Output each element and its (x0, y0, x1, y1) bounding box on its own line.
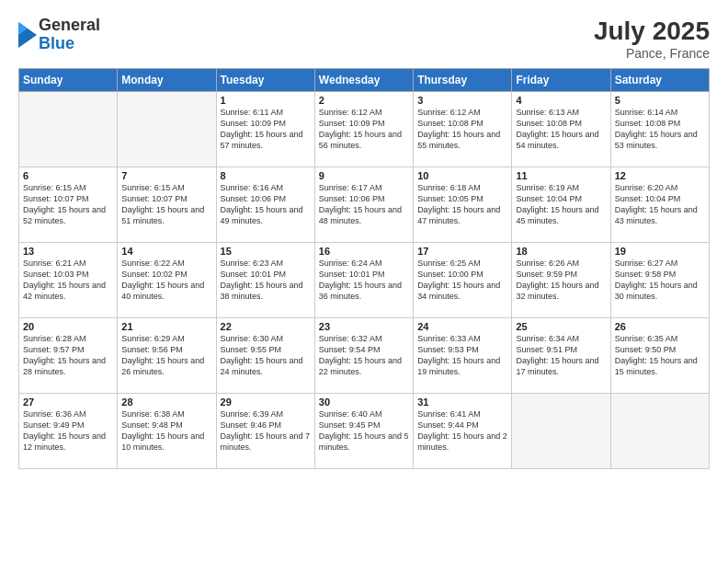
calendar-table: Sunday Monday Tuesday Wednesday Thursday… (18, 68, 710, 469)
logo-text: General Blue (39, 17, 100, 53)
day-number: 11 (516, 170, 606, 181)
day-number: 29 (221, 396, 311, 408)
day-number: 10 (417, 170, 507, 181)
logo: General Blue (18, 17, 100, 53)
col-tuesday: Tuesday (216, 69, 314, 92)
table-row: 4Sunrise: 6:13 AM Sunset: 10:08 PM Dayli… (512, 92, 610, 167)
cell-details: Sunrise: 6:11 AM Sunset: 10:09 PM Daylig… (221, 107, 311, 152)
cell-details: Sunrise: 6:15 AM Sunset: 10:07 PM Daylig… (121, 182, 211, 227)
day-number: 24 (417, 321, 507, 332)
logo-icon (18, 22, 37, 48)
day-number: 16 (319, 246, 409, 257)
day-number: 20 (23, 321, 113, 332)
table-row: 6Sunrise: 6:15 AM Sunset: 10:07 PM Dayli… (19, 167, 118, 243)
location: Pance, France (594, 46, 710, 61)
day-number: 13 (23, 246, 113, 257)
table-row: 20Sunrise: 6:28 AM Sunset: 9:57 PM Dayli… (19, 318, 118, 394)
table-row: 26Sunrise: 6:35 AM Sunset: 9:50 PM Dayli… (610, 318, 709, 394)
cell-details: Sunrise: 6:28 AM Sunset: 9:57 PM Dayligh… (23, 333, 113, 378)
month-year: July 2025 (594, 17, 710, 46)
day-number: 14 (121, 246, 211, 257)
table-row: 12Sunrise: 6:20 AM Sunset: 10:04 PM Dayl… (610, 167, 709, 243)
cell-details: Sunrise: 6:39 AM Sunset: 9:46 PM Dayligh… (221, 408, 311, 454)
cell-details: Sunrise: 6:36 AM Sunset: 9:49 PM Dayligh… (23, 408, 113, 454)
table-row (512, 394, 610, 469)
cell-details: Sunrise: 6:15 AM Sunset: 10:07 PM Daylig… (23, 182, 113, 227)
col-wednesday: Wednesday (314, 69, 413, 92)
day-number: 30 (319, 396, 409, 408)
table-row: 18Sunrise: 6:26 AM Sunset: 9:59 PM Dayli… (512, 243, 610, 318)
day-number: 22 (221, 321, 311, 332)
table-row (118, 92, 216, 167)
day-number: 15 (221, 246, 311, 257)
table-row: 27Sunrise: 6:36 AM Sunset: 9:49 PM Dayli… (19, 394, 118, 469)
cell-details: Sunrise: 6:33 AM Sunset: 9:53 PM Dayligh… (417, 333, 507, 378)
table-row: 10Sunrise: 6:18 AM Sunset: 10:05 PM Dayl… (414, 167, 512, 243)
day-number: 7 (121, 170, 211, 181)
cell-details: Sunrise: 6:22 AM Sunset: 10:02 PM Daylig… (121, 258, 211, 303)
col-thursday: Thursday (414, 69, 512, 92)
table-row: 7Sunrise: 6:15 AM Sunset: 10:07 PM Dayli… (118, 167, 216, 243)
day-number: 21 (121, 321, 211, 332)
day-number: 2 (319, 95, 409, 106)
title-block: July 2025 Pance, France (594, 17, 710, 61)
cell-details: Sunrise: 6:24 AM Sunset: 10:01 PM Daylig… (319, 258, 409, 303)
cell-details: Sunrise: 6:19 AM Sunset: 10:04 PM Daylig… (516, 182, 606, 227)
cell-details: Sunrise: 6:20 AM Sunset: 10:04 PM Daylig… (615, 182, 705, 227)
cell-details: Sunrise: 6:41 AM Sunset: 9:44 PM Dayligh… (417, 408, 507, 454)
day-number: 28 (121, 396, 211, 408)
day-number: 3 (417, 95, 507, 106)
table-row: 8Sunrise: 6:16 AM Sunset: 10:06 PM Dayli… (216, 167, 314, 243)
day-number: 19 (615, 246, 705, 257)
table-row: 21Sunrise: 6:29 AM Sunset: 9:56 PM Dayli… (118, 318, 216, 394)
cell-details: Sunrise: 6:27 AM Sunset: 9:58 PM Dayligh… (615, 258, 705, 303)
cell-details: Sunrise: 6:16 AM Sunset: 10:06 PM Daylig… (221, 182, 311, 227)
cell-details: Sunrise: 6:30 AM Sunset: 9:55 PM Dayligh… (221, 333, 311, 378)
header: General Blue July 2025 Pance, France (18, 17, 710, 61)
cell-details: Sunrise: 6:13 AM Sunset: 10:08 PM Daylig… (516, 107, 606, 152)
day-number: 31 (417, 396, 507, 408)
cell-details: Sunrise: 6:12 AM Sunset: 10:09 PM Daylig… (319, 107, 409, 152)
table-row: 2Sunrise: 6:12 AM Sunset: 10:09 PM Dayli… (314, 92, 413, 167)
table-row: 29Sunrise: 6:39 AM Sunset: 9:46 PM Dayli… (216, 394, 314, 469)
col-friday: Friday (512, 69, 610, 92)
day-number: 9 (319, 170, 409, 181)
day-number: 1 (221, 95, 311, 106)
table-row: 25Sunrise: 6:34 AM Sunset: 9:51 PM Dayli… (512, 318, 610, 394)
day-number: 8 (221, 170, 311, 181)
cell-details: Sunrise: 6:32 AM Sunset: 9:54 PM Dayligh… (319, 333, 409, 378)
cell-details: Sunrise: 6:34 AM Sunset: 9:51 PM Dayligh… (516, 333, 606, 378)
table-row: 9Sunrise: 6:17 AM Sunset: 10:06 PM Dayli… (314, 167, 413, 243)
calendar-week-row: 6Sunrise: 6:15 AM Sunset: 10:07 PM Dayli… (19, 167, 710, 243)
cell-details: Sunrise: 6:35 AM Sunset: 9:50 PM Dayligh… (615, 333, 705, 378)
col-monday: Monday (118, 69, 216, 92)
day-number: 26 (615, 321, 705, 332)
logo-general: General (39, 17, 100, 35)
table-row: 11Sunrise: 6:19 AM Sunset: 10:04 PM Dayl… (512, 167, 610, 243)
table-row: 30Sunrise: 6:40 AM Sunset: 9:45 PM Dayli… (314, 394, 413, 469)
table-row (19, 92, 118, 167)
day-number: 17 (417, 246, 507, 257)
table-row: 19Sunrise: 6:27 AM Sunset: 9:58 PM Dayli… (610, 243, 709, 318)
table-row: 13Sunrise: 6:21 AM Sunset: 10:03 PM Dayl… (19, 243, 118, 318)
col-saturday: Saturday (610, 69, 709, 92)
table-row: 23Sunrise: 6:32 AM Sunset: 9:54 PM Dayli… (314, 318, 413, 394)
table-row: 16Sunrise: 6:24 AM Sunset: 10:01 PM Dayl… (314, 243, 413, 318)
cell-details: Sunrise: 6:25 AM Sunset: 10:00 PM Daylig… (417, 258, 507, 303)
day-number: 12 (615, 170, 705, 181)
calendar-week-row: 20Sunrise: 6:28 AM Sunset: 9:57 PM Dayli… (19, 318, 710, 394)
cell-details: Sunrise: 6:38 AM Sunset: 9:48 PM Dayligh… (121, 408, 211, 454)
table-row: 24Sunrise: 6:33 AM Sunset: 9:53 PM Dayli… (414, 318, 512, 394)
day-number: 27 (23, 396, 113, 408)
col-sunday: Sunday (19, 69, 118, 92)
day-number: 5 (615, 95, 705, 106)
calendar-week-row: 1Sunrise: 6:11 AM Sunset: 10:09 PM Dayli… (19, 92, 710, 167)
cell-details: Sunrise: 6:17 AM Sunset: 10:06 PM Daylig… (319, 182, 409, 227)
cell-details: Sunrise: 6:21 AM Sunset: 10:03 PM Daylig… (23, 258, 113, 303)
table-row (610, 394, 709, 469)
day-number: 18 (516, 246, 606, 257)
cell-details: Sunrise: 6:26 AM Sunset: 9:59 PM Dayligh… (516, 258, 606, 303)
cell-details: Sunrise: 6:14 AM Sunset: 10:08 PM Daylig… (615, 107, 705, 152)
table-row: 1Sunrise: 6:11 AM Sunset: 10:09 PM Dayli… (216, 92, 314, 167)
table-row: 5Sunrise: 6:14 AM Sunset: 10:08 PM Dayli… (610, 92, 709, 167)
